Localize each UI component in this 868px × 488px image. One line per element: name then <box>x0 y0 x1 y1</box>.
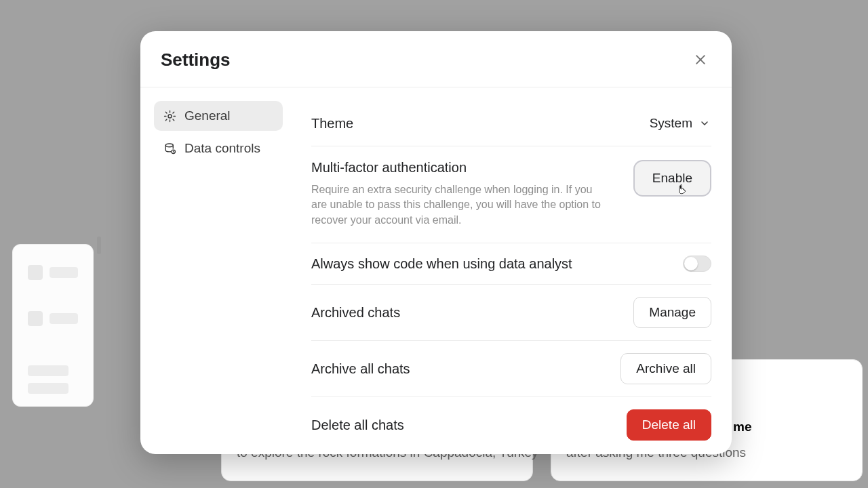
archive-all-button[interactable]: Archive all <box>620 353 711 384</box>
database-icon <box>163 142 176 155</box>
archive-all-label: Archive all chats <box>311 361 410 377</box>
mfa-label: Multi-factor authentication <box>311 160 617 176</box>
sidebar-item-label: Data controls <box>184 141 260 156</box>
theme-select[interactable]: System <box>648 113 711 134</box>
delete-all-label: Delete all chats <box>311 418 404 433</box>
theme-value: System <box>650 116 692 131</box>
row-archived-chats: Archived chats Manage <box>311 285 711 341</box>
mfa-enable-button[interactable]: Enable <box>633 160 711 197</box>
row-mfa: Multi-factor authentication Require an e… <box>311 146 711 243</box>
delete-all-button[interactable]: Delete all <box>627 409 711 441</box>
archived-manage-button[interactable]: Manage <box>633 297 711 328</box>
close-button[interactable] <box>690 49 711 70</box>
settings-modal: Settings General Data controls Theme Sys… <box>140 31 732 454</box>
modal-header: Settings <box>140 31 732 87</box>
chevron-down-icon <box>699 118 710 129</box>
row-archive-all: Archive all chats Archive all <box>311 341 711 397</box>
modal-body: General Data controls Theme System Multi… <box>140 87 732 454</box>
close-icon <box>694 53 707 66</box>
mfa-left: Multi-factor authentication Require an e… <box>311 160 633 228</box>
mfa-description: Require an extra security challenge when… <box>311 182 610 228</box>
sidebar-item-general[interactable]: General <box>154 101 283 131</box>
svg-point-1 <box>165 143 173 146</box>
settings-content: Theme System Multi-factor authentication… <box>291 87 732 454</box>
modal-title: Settings <box>161 49 231 70</box>
show-code-label: Always show code when using data analyst <box>311 256 572 272</box>
sidebar-item-data-controls[interactable]: Data controls <box>154 134 283 163</box>
toggle-knob <box>684 257 698 270</box>
gear-icon <box>163 110 176 123</box>
svg-point-0 <box>168 114 172 117</box>
row-theme: Theme System <box>311 101 711 146</box>
pointer-cursor-icon <box>676 183 690 197</box>
settings-sidebar: General Data controls <box>140 87 291 454</box>
row-show-code: Always show code when using data analyst <box>311 243 711 285</box>
theme-label: Theme <box>311 116 353 131</box>
archived-label: Archived chats <box>311 305 400 321</box>
show-code-toggle[interactable] <box>683 256 711 272</box>
row-delete-all: Delete all chats Delete all <box>311 397 711 453</box>
sidebar-item-label: General <box>184 108 231 123</box>
